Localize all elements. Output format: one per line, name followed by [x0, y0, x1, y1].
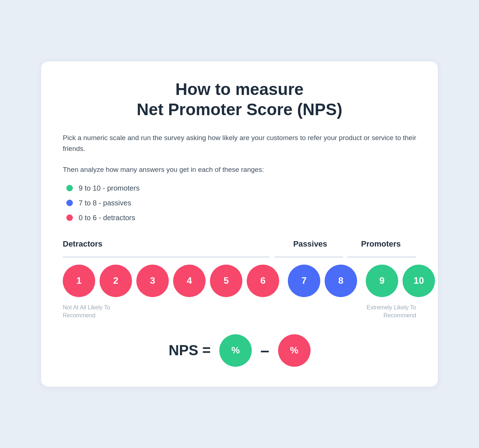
description-text: Pick a numeric scale and run the survey … [63, 132, 416, 155]
scale-section: Detractors Passives Promoters 1 2 3 4 [63, 239, 416, 320]
category-promoters-label: Promoters [346, 239, 416, 253]
title-line1: How to measure [175, 80, 303, 99]
legend-item-promoters: 9 to 10 - promoters [66, 184, 416, 192]
main-card: How to measure Net Promoter Score (NPS) … [41, 61, 438, 386]
promoters-label: 9 to 10 - promoters [79, 184, 140, 192]
axis-labels-row: Not At All Likely To Recommend Extremely… [63, 304, 416, 320]
formula-green-circle: % [219, 334, 252, 367]
circle-10[interactable]: 10 [403, 265, 435, 297]
title-line2: Net Promoter Score (NPS) [137, 100, 342, 119]
circle-8[interactable]: 8 [325, 265, 357, 297]
scale-circles-row: 1 2 3 4 5 6 7 8 [63, 265, 416, 297]
circle-2[interactable]: 2 [100, 265, 132, 297]
passives-dot [66, 200, 73, 206]
passives-label: 7 to 8 - passives [79, 199, 131, 207]
page-title: How to measure Net Promoter Score (NPS) [63, 79, 416, 119]
category-labels-row: Detractors Passives Promoters [63, 239, 416, 253]
detractors-dot [66, 214, 73, 221]
scale-divider-bars [63, 257, 416, 257]
promoters-dot [66, 185, 73, 191]
circle-5[interactable]: 5 [210, 265, 242, 297]
legend-item-detractors: 0 to 6 - detractors [66, 214, 416, 222]
circle-6[interactable]: 6 [247, 265, 279, 297]
axis-label-left: Not At All Likely To Recommend [63, 304, 120, 320]
circle-1[interactable]: 1 [63, 265, 95, 297]
category-passives-label: Passives [275, 239, 346, 253]
circle-7[interactable]: 7 [288, 265, 320, 297]
axis-label-right: Extremely Likely To Recommend [351, 304, 416, 320]
category-detractors-label: Detractors [63, 239, 275, 253]
nps-formula: NPS = % – % [63, 334, 416, 367]
promoters-bar [347, 257, 416, 257]
circle-9[interactable]: 9 [366, 265, 398, 297]
detractors-bar [63, 257, 270, 257]
detractors-label-legend: 0 to 6 - detractors [79, 214, 135, 222]
circle-4[interactable]: 4 [173, 265, 206, 297]
legend-list: 9 to 10 - promoters 7 to 8 - passives 0 … [63, 184, 416, 222]
circle-3[interactable]: 3 [136, 265, 169, 297]
formula-minus: – [260, 342, 269, 360]
legend-item-passives: 7 to 8 - passives [66, 199, 416, 207]
passives-bar [274, 257, 343, 257]
analyze-text: Then analyze how many answers you get in… [63, 164, 416, 175]
formula-red-circle: % [278, 334, 311, 367]
nps-label: NPS = [168, 342, 211, 358]
